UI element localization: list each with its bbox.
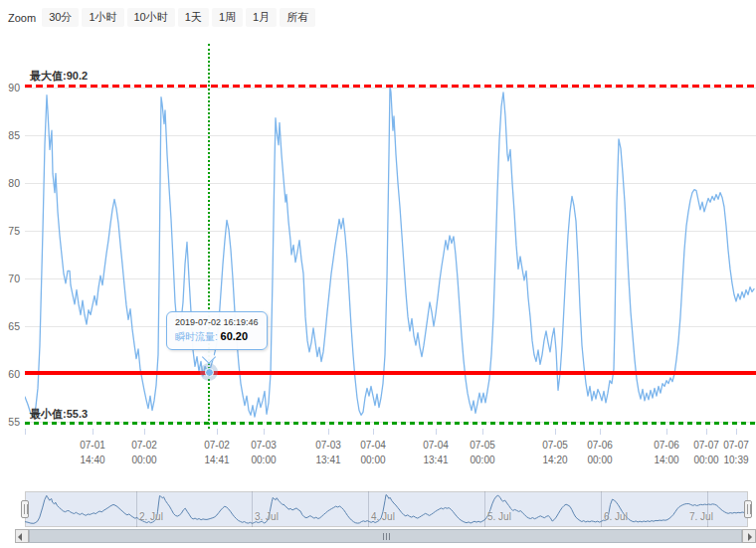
x-axis-tick: [373, 429, 374, 435]
x-axis-tick: [736, 429, 737, 435]
range-button-2[interactable]: 10小时: [127, 8, 175, 27]
x-axis-tick: [264, 429, 265, 435]
left-arrow-icon: [18, 533, 22, 541]
scrollbar-grip-icon: [386, 533, 387, 540]
x-axis-label: 07-0400:00: [351, 438, 395, 467]
y-axis-label: 85: [0, 128, 20, 142]
x-axis-tick: [555, 429, 556, 435]
flow-rate-chart: Zoom 30分1小时10小时1天1周1月所有 5560657075808590…: [0, 0, 756, 548]
x-axis-label: 07-0413:41: [414, 438, 458, 467]
x-axis-tick: [217, 429, 218, 435]
navigator-date-label: 6. Jul: [604, 511, 628, 522]
x-axis-tick: [482, 429, 483, 435]
range-button-3[interactable]: 1天: [178, 8, 209, 27]
max-plotline: [25, 85, 756, 88]
y-axis-label: 75: [0, 224, 20, 238]
tooltip-value-row: 瞬时流量: 60.20: [175, 330, 259, 344]
x-axis-tick: [328, 429, 329, 435]
navigator-date-label: 5. Jul: [487, 511, 511, 522]
range-button-4[interactable]: 1周: [212, 8, 243, 27]
navigator-right-handle[interactable]: [744, 500, 752, 518]
max-plotline-label: 最大值:90.2: [30, 69, 88, 84]
min-plotline-label: 最小值:55.3: [30, 407, 88, 422]
navigator-date-label: 3. Jul: [255, 511, 279, 522]
range-button-6[interactable]: 所有: [280, 8, 315, 27]
navigator-gridline: [136, 491, 137, 527]
current-value-line: [25, 371, 756, 375]
y-axis-label: 80: [0, 176, 20, 190]
x-axis-label: 07-0313:41: [306, 438, 350, 467]
x-axis-tick: [706, 429, 707, 435]
x-axis-label: 07-0200:00: [122, 438, 166, 467]
y-axis-label: 90: [0, 81, 20, 94]
x-axis-label: 07-0614:00: [645, 438, 688, 467]
x-axis-tick: [25, 429, 26, 435]
x-axis-label: 07-0710:39: [714, 438, 756, 467]
x-axis-label: 07-0500:00: [461, 438, 504, 467]
navigator-date-label: 4. Jul: [371, 511, 395, 522]
tooltip-value: 60.20: [221, 330, 249, 342]
tooltip-series-label: 瞬时流量:: [175, 331, 218, 342]
range-button-1[interactable]: 1小时: [82, 8, 123, 27]
min-plotline: [25, 422, 756, 425]
navigator-gridline: [601, 491, 602, 527]
x-axis-tick: [93, 429, 94, 435]
y-axis-label: 60: [0, 367, 20, 381]
zoom-label: Zoom: [8, 12, 36, 24]
navigator-left-handle[interactable]: [21, 500, 29, 518]
scrollbar-left-arrow-button[interactable]: [15, 529, 29, 543]
x-axis-label: 07-0600:00: [578, 438, 622, 467]
tooltip: 2019-07-02 16:19:46 瞬时流量: 60.20: [166, 311, 268, 350]
range-button-5[interactable]: 1月: [246, 8, 277, 27]
x-axis-tick: [600, 429, 601, 435]
range-buttons: 30分1小时10小时1天1周1月所有: [42, 8, 315, 27]
navigator-gridline: [484, 491, 485, 527]
x-axis-tick: [144, 429, 145, 435]
navigator-date-label: 7. Jul: [689, 511, 713, 522]
x-axis-label: 07-0300:00: [242, 438, 285, 467]
range-selector: Zoom 30分1小时10小时1天1周1月所有: [8, 8, 315, 27]
x-axis-tick: [666, 429, 667, 435]
scrollbar-thumb[interactable]: [29, 529, 742, 543]
tooltip-datetime: 2019-07-02 16:19:46: [175, 317, 259, 327]
range-button-0[interactable]: 30分: [42, 8, 79, 27]
scrollbar-right-arrow-button[interactable]: [742, 529, 756, 543]
y-axis-label: 55: [0, 415, 20, 429]
x-axis-tick: [436, 429, 437, 435]
hover-point-marker: [205, 368, 214, 377]
navigator-date-label: 2. Jul: [139, 511, 163, 522]
x-axis-label: 07-0514:20: [533, 438, 577, 467]
x-axis-label: 07-0114:40: [71, 438, 114, 467]
right-arrow-icon: [748, 533, 752, 541]
x-axis-label: 07-0214:41: [195, 438, 239, 467]
navigator-gridline: [252, 491, 253, 527]
y-axis-label: 70: [0, 272, 20, 285]
y-axis-label: 65: [0, 319, 20, 333]
navigator-gridline: [368, 491, 369, 527]
